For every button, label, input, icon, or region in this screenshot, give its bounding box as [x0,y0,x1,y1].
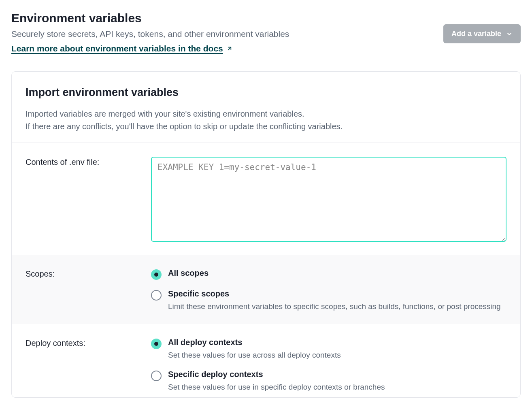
radio-desc: Set these values for use in specific dep… [168,382,506,393]
scopes-section: Scopes: All scopes Specific scopes Limit… [12,255,520,324]
card-desc-line1: Imported variables are merged with your … [26,108,506,120]
page-title: Environment variables [11,11,443,25]
card-header: Import environment variables Imported va… [12,72,520,143]
page-header: Environment variables Securely store sec… [11,11,521,53]
deploy-label: Deploy contexts: [26,338,139,393]
docs-link-text: Learn more about environment variables i… [11,44,223,53]
radio-specific-deploy[interactable]: Specific deploy contexts Set these value… [151,370,506,393]
radio-label: Specific scopes [168,289,506,298]
scopes-label: Scopes: [26,269,139,313]
add-variable-button[interactable]: Add a variable [443,24,521,43]
radio-all-scopes[interactable]: All scopes [151,269,506,280]
docs-link[interactable]: Learn more about environment variables i… [11,44,233,53]
deploy-radio-group: All deploy contexts Set these values for… [151,338,506,393]
svg-line-0 [228,47,231,50]
deploy-contexts-section: Deploy contexts: All deploy contexts Set… [12,324,520,397]
external-link-icon [226,45,233,52]
radio-content: All deploy contexts Set these values for… [168,338,506,361]
chevron-down-icon [506,31,513,37]
page-subtitle: Securely store secrets, API keys, tokens… [11,29,443,39]
env-file-textarea[interactable] [151,157,506,242]
scopes-radio-group: All scopes Specific scopes Limit these e… [151,269,506,313]
card-desc-line2: If there are any conflicts, you'll have … [26,120,506,133]
radio-icon [151,269,162,280]
radio-desc: Set these values for use across all depl… [168,350,506,361]
radio-content: All scopes [168,269,506,280]
env-file-control [151,157,506,243]
radio-icon [151,290,162,301]
header-left: Environment variables Securely store sec… [11,11,443,53]
radio-label: All scopes [168,269,506,278]
radio-specific-scopes[interactable]: Specific scopes Limit these environment … [151,289,506,313]
radio-content: Specific scopes Limit these environment … [168,289,506,313]
env-file-section: Contents of .env file: [12,143,520,255]
add-variable-label: Add a variable [451,30,501,38]
radio-all-deploy[interactable]: All deploy contexts Set these values for… [151,338,506,361]
env-file-label: Contents of .env file: [26,157,139,243]
radio-desc: Limit these environment variables to spe… [168,301,506,313]
radio-icon [151,339,162,349]
radio-content: Specific deploy contexts Set these value… [168,370,506,393]
scopes-control: All scopes Specific scopes Limit these e… [151,269,506,313]
radio-icon [151,371,162,381]
card-description: Imported variables are merged with your … [26,108,506,133]
radio-label: All deploy contexts [168,338,506,347]
deploy-control: All deploy contexts Set these values for… [151,338,506,393]
card-title: Import environment variables [26,86,506,99]
import-card: Import environment variables Imported va… [11,71,521,398]
radio-label: Specific deploy contexts [168,370,506,379]
